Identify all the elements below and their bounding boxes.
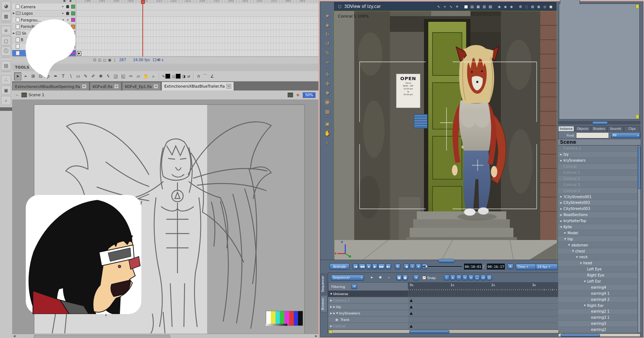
tab-objects[interactable]: Objects	[575, 126, 591, 131]
fps-select[interactable]: 24 fps▾	[536, 264, 558, 270]
tree-vertical-scrollbar[interactable]	[638, 146, 641, 333]
scrollbar-cap[interactable]	[329, 330, 332, 333]
track-name-cell[interactable]: ◉Track	[328, 317, 408, 323]
frame-rate-value[interactable]: 24.00 fps	[133, 58, 150, 62]
find-input[interactable]	[576, 132, 609, 138]
fast-forward-button[interactable]: ▶▶	[378, 264, 385, 269]
tab-clips[interactable]: Clips	[624, 126, 640, 131]
transform-panel-icon[interactable]: ▢	[1, 36, 11, 45]
sequencer-track-row[interactable]: ▶▶▼krySneakers▲	[328, 310, 563, 317]
close-icon[interactable]: ×	[153, 84, 158, 89]
onion-skin-icon[interactable]: ◫	[97, 58, 102, 63]
document-tab[interactable]: KOFvsE.fla×	[90, 82, 122, 90]
add-keyframe-button[interactable]: +	[410, 264, 415, 269]
tree-item[interactable]: earring4	[558, 284, 638, 290]
panel-splitter[interactable]	[558, 121, 640, 124]
keyframe-marker[interactable]: ▲	[410, 304, 413, 309]
time-scrubber[interactable]: ◆	[423, 266, 462, 268]
smooth-icon[interactable]: ⌒	[203, 73, 207, 79]
animate-button[interactable]: Animate	[330, 263, 350, 270]
chevron-down-icon[interactable]: ▼	[584, 280, 587, 283]
edit-multiple-frames-icon[interactable]: ▣	[107, 58, 112, 63]
chevron-down-icon[interactable]: ▼	[568, 244, 571, 246]
timeline-scroll-left-icon[interactable]: ◀	[157, 58, 159, 61]
tween-valley-button[interactable]: ∨	[468, 275, 474, 280]
layout-rows-icon[interactable]: ▤	[469, 5, 475, 9]
frame-row[interactable]	[76, 50, 318, 57]
chevron-right-icon[interactable]: ▶	[330, 325, 332, 328]
scrollbar-thumb[interactable]	[561, 334, 600, 337]
deco-tool[interactable]: ❋	[97, 73, 104, 80]
scrollbar-thumb[interactable]	[34, 335, 170, 338]
badge-shaded-icon[interactable]: ◈	[509, 5, 514, 9]
fill-color-swatch-color[interactable]	[176, 74, 181, 79]
track-timeline-cell[interactable]: ▲	[408, 323, 563, 329]
chevron-right-icon[interactable]: ▶	[330, 305, 332, 308]
tree-item[interactable]: ▼Right Ear	[558, 303, 638, 309]
chevron-right-icon[interactable]: ▶	[560, 214, 564, 216]
back-arrow-icon[interactable]: ←	[16, 93, 19, 98]
sequencer-track-row[interactable]: ▼Universe	[328, 291, 563, 297]
snap-checkbox[interactable]: ✓	[422, 276, 426, 280]
sequencer-mode-select[interactable]: Sequencer▾	[331, 275, 364, 281]
track-timeline-cell[interactable]: ▲	[408, 304, 563, 310]
chevron-right-icon[interactable]: ▶	[560, 207, 564, 210]
scene-label[interactable]: Scene 1	[29, 93, 44, 97]
frame-row[interactable]	[76, 30, 318, 37]
tree-item[interactable]: earring2	[558, 327, 638, 333]
document-tab[interactable]: ExtinctionersXBlazBlueTrailer.fla×	[161, 82, 234, 90]
expand-arrow-icon[interactable]: ▶	[13, 32, 16, 35]
link-tool-icon[interactable]: ∞	[323, 58, 332, 67]
tween-linear-button[interactable]: /	[444, 275, 449, 280]
playhead[interactable]	[142, 0, 143, 57]
current-frame-value[interactable]: 287	[119, 58, 126, 62]
close-icon[interactable]: ×	[226, 84, 231, 89]
time-mode-select[interactable]: Time▾	[516, 264, 536, 270]
orbit-tool-icon[interactable]: ↺	[323, 39, 332, 48]
close-time-button[interactable]: ✕	[507, 264, 513, 269]
frame-row[interactable]	[76, 17, 318, 24]
layer-row[interactable]: ▶Logos•	[12, 10, 76, 17]
swatches-panel-icon[interactable]: ▦	[1, 11, 11, 21]
filtering-control[interactable]: Filtering ▾	[328, 282, 408, 291]
track-timeline-cell[interactable]	[408, 291, 563, 297]
tab-sounds[interactable]: Sounds	[608, 126, 624, 131]
total-time-field[interactable]: 00:16:17	[487, 264, 505, 270]
tween-hold-button[interactable]: ▭	[480, 275, 486, 280]
pointer-icon[interactable]: ➤	[369, 275, 375, 280]
edit-scene-button[interactable]	[288, 93, 293, 97]
tree-item[interactable]: Conical 1	[558, 170, 638, 176]
tree-item[interactable]: ▶CityStreets002	[558, 200, 638, 206]
scrollbar-thumb[interactable]	[638, 147, 641, 189]
wire-sphere-icon[interactable]: ◍	[530, 5, 535, 9]
tree-item[interactable]: ▶!CityStreets001	[558, 194, 638, 200]
tab-shaders[interactable]: Shaders	[591, 126, 607, 131]
pencil-tool[interactable]: ✎	[82, 73, 89, 80]
filtering-dropdown-button[interactable]: ▾	[351, 284, 357, 289]
bone-tool[interactable]: ϟ	[105, 73, 112, 80]
play-button[interactable]: ▶	[372, 264, 377, 269]
eye-icon[interactable]: ◉	[335, 318, 338, 322]
tree-item[interactable]: earring3	[558, 321, 638, 327]
tree-item[interactable]: Conical	[558, 164, 638, 170]
straighten-icon[interactable]: ∠	[210, 74, 214, 79]
tween-oscillate-button[interactable]: ∿	[462, 275, 468, 280]
frame-row[interactable]	[76, 37, 318, 44]
stroke-color-swatch-color[interactable]	[165, 74, 170, 79]
tab-instance[interactable]: Instance	[558, 126, 574, 131]
brush-tool[interactable]: ✐	[90, 73, 97, 80]
stage-zoom-select[interactable]: 50%	[303, 92, 316, 98]
tree-item[interactable]: ▼chest	[558, 248, 638, 254]
track-name-cell[interactable]: ▼Universe	[328, 291, 408, 297]
chevron-right-icon[interactable]: ▶	[560, 153, 564, 156]
eyedropper-tool[interactable]: ✑	[127, 73, 134, 80]
frame-row[interactable]	[76, 43, 318, 50]
frame-row[interactable]	[76, 24, 318, 30]
prev-keyframe-button[interactable]: ◀	[404, 264, 409, 269]
tree-item[interactable]: ▶krySneakers	[558, 158, 638, 164]
tree-item[interactable]: ▼head	[558, 260, 638, 266]
chevron-down-icon[interactable]: ▼	[336, 312, 338, 315]
universal-manipulator-icon[interactable]: ⊕	[323, 98, 332, 107]
chevron-right-icon[interactable]: ▶	[560, 201, 564, 204]
keyframe-marker[interactable]: ▲	[410, 324, 413, 329]
